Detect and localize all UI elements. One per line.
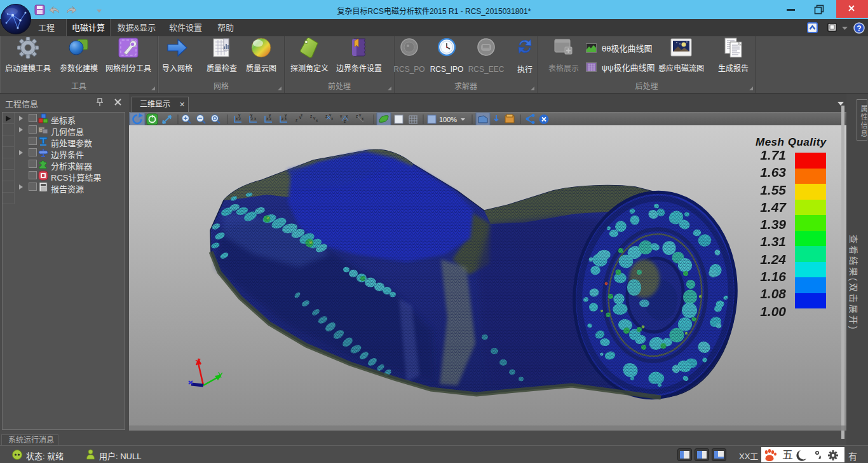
svg-text:z x: z x (251, 116, 257, 121)
svg-text:x: x (346, 114, 348, 118)
svg-text:v: v (340, 114, 342, 118)
svg-text:x: x (301, 113, 303, 117)
svg-text:x: x (316, 118, 318, 123)
svg-text:x: x (362, 116, 364, 121)
svg-text:z: z (344, 119, 346, 123)
svg-text:五: 五 (782, 449, 793, 461)
svg-text:z x: z x (281, 116, 287, 121)
svg-text:z: z (356, 114, 358, 118)
svg-text:z: z (295, 118, 297, 122)
svg-text:?: ? (857, 24, 861, 33)
svg-text:x z: x z (236, 116, 241, 121)
svg-text:z: z (325, 114, 327, 118)
svg-text:y: y (285, 113, 287, 118)
svg-text:100%: 100% (439, 116, 457, 123)
svg-text:z: z (310, 114, 312, 118)
svg-text:x: x (331, 116, 334, 121)
svg-text:x z: x z (266, 116, 271, 121)
